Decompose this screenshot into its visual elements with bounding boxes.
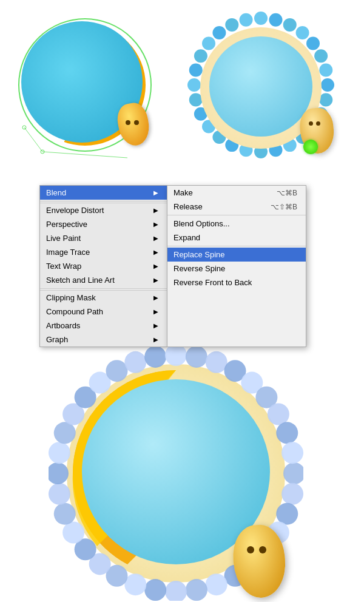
menu-item-artboards-arrow: ▶: [153, 322, 158, 329]
tr-green-dot: [303, 140, 318, 154]
menu-section-blend: Blend ▶: [40, 186, 167, 200]
menu-item-text-wrap[interactable]: Text Wrap ▶: [40, 259, 167, 273]
menu-item-reverse-spine[interactable]: Reverse Spine: [167, 262, 306, 276]
menu-item-image-trace[interactable]: Image Trace ▶: [40, 245, 167, 259]
svg-point-29: [212, 26, 226, 39]
svg-point-27: [194, 49, 207, 63]
svg-line-1: [42, 152, 127, 158]
menu-item-compound-arrow: ▶: [153, 308, 158, 315]
menu-item-envelope-distort[interactable]: Envelope Distort ▶: [40, 203, 167, 217]
bt-beak: [234, 525, 294, 602]
menu-divider-2: [40, 288, 167, 289]
menu-item-compound-path[interactable]: Compound Path ▶: [40, 305, 167, 319]
menu-item-perspective-label: Perspective: [46, 220, 87, 229]
top-left-illustration: [6, 6, 176, 170]
menu-item-image-trace-arrow: ▶: [153, 249, 158, 255]
menu-item-blend-options[interactable]: Blend Options...: [167, 217, 306, 231]
menu-item-replace-spine-label: Replace Spine: [174, 250, 225, 259]
menu-item-make-shortcut: ⌥⌘B: [277, 189, 297, 197]
menu-item-envelope-arrow: ▶: [153, 207, 158, 214]
menu-item-expand[interactable]: Expand: [167, 231, 306, 245]
menu-item-reverse-spine-label: Reverse Spine: [174, 264, 225, 273]
bt-beak-shape: [231, 523, 288, 600]
context-menu: Blend ▶ Envelope Distort ▶ Perspective ▶…: [39, 185, 306, 347]
menu-divider-3: [167, 215, 306, 215]
svg-point-12: [319, 93, 332, 106]
menu-item-release[interactable]: Release ⌥⇧⌘B: [167, 200, 306, 214]
menu-divider-1: [40, 201, 167, 201]
menu-item-make[interactable]: Make ⌥⌘B: [167, 186, 306, 200]
menu-item-text-wrap-label: Text Wrap: [46, 262, 81, 271]
svg-point-10: [319, 64, 332, 77]
tl-beak-nostrils: [126, 120, 144, 127]
svg-point-31: [240, 13, 253, 27]
menu-item-blend-options-label: Blend Options...: [174, 219, 230, 228]
menu-item-compound-label: Compound Path: [46, 307, 103, 316]
menu-item-sketch-arrow: ▶: [153, 277, 158, 283]
menu-item-artboards-label: Artboards: [46, 321, 80, 330]
menu-item-clipping-mask[interactable]: Clipping Mask ▶: [40, 291, 167, 305]
svg-point-2: [22, 126, 26, 129]
svg-point-11: [321, 78, 334, 92]
tl-beak: [118, 103, 155, 152]
menu-divider-4: [167, 246, 306, 246]
bt-nostril-left: [247, 546, 254, 553]
tl-nostril-left: [126, 120, 130, 125]
svg-point-8: [306, 36, 320, 50]
menu-item-image-trace-label: Image Trace: [46, 248, 90, 257]
menu-item-artboards[interactable]: Artboards ▶: [40, 319, 167, 333]
top-right-illustration: [182, 6, 358, 170]
menu-item-sketch-label: Sketch and Line Art: [46, 276, 115, 285]
menu-section-paths: Clipping Mask ▶ Compound Path ▶ Artboard…: [40, 290, 167, 347]
menu-item-blend-label: Blend: [46, 188, 66, 197]
menu-item-blend[interactable]: Blend ▶: [40, 186, 167, 200]
svg-point-32: [283, 462, 303, 484]
svg-point-3: [41, 150, 44, 154]
tr-nostril-right: [316, 121, 320, 126]
tr-beak: [300, 108, 343, 163]
bt-beak-nostrils: [247, 546, 274, 557]
menu-item-blend-arrow: ▶: [153, 189, 158, 196]
menu-item-clipping-label: Clipping Mask: [46, 293, 96, 302]
bottom-illustration: [49, 346, 315, 589]
menu-item-clipping-arrow: ▶: [153, 294, 158, 301]
menu-item-sketch[interactable]: Sketch and Line Art ▶: [40, 273, 167, 287]
svg-point-4: [254, 12, 268, 25]
menu-item-graph-arrow: ▶: [153, 336, 158, 343]
menu-item-release-label: Release: [174, 202, 203, 211]
tr-nostril-left: [309, 121, 313, 126]
tr-blue-circle: [209, 36, 312, 137]
menu-item-release-shortcut: ⌥⇧⌘B: [271, 203, 297, 211]
menu-item-reverse-front-back-label: Reverse Front to Back: [174, 278, 252, 287]
svg-point-28: [202, 36, 215, 50]
menu-item-perspective-arrow: ▶: [153, 221, 158, 228]
menu-item-reverse-front-back[interactable]: Reverse Front to Back: [167, 276, 306, 289]
tl-nostril-right: [134, 120, 139, 125]
menu-item-replace-spine[interactable]: Replace Spine: [167, 248, 306, 262]
svg-point-25: [187, 78, 201, 92]
menu-item-live-paint-label: Live Paint: [46, 234, 81, 243]
svg-point-5: [269, 13, 282, 27]
menu-section-effects: Envelope Distort ▶ Perspective ▶ Live Pa…: [40, 203, 167, 287]
menu-item-graph[interactable]: Graph ▶: [40, 333, 167, 347]
menu-item-live-paint[interactable]: Live Paint ▶: [40, 231, 167, 245]
menu-item-make-label: Make: [174, 188, 193, 197]
bt-nostril-right: [259, 546, 266, 553]
menu-right-submenu: Make ⌥⌘B Release ⌥⇧⌘B Blend Options... E…: [167, 185, 306, 347]
svg-point-59: [165, 346, 187, 366]
menu-item-graph-label: Graph: [46, 335, 68, 344]
svg-point-9: [314, 49, 328, 63]
svg-point-26: [189, 64, 203, 77]
menu-item-expand-label: Expand: [174, 233, 200, 242]
tr-beak-nostrils: [309, 121, 327, 129]
svg-point-7: [296, 26, 309, 39]
menu-item-live-paint-arrow: ▶: [153, 235, 158, 242]
svg-point-50: [49, 462, 69, 484]
svg-point-6: [283, 18, 297, 32]
menu-left-panel: Blend ▶ Envelope Distort ▶ Perspective ▶…: [39, 185, 167, 347]
menu-item-perspective[interactable]: Perspective ▶: [40, 217, 167, 231]
menu-item-envelope-label: Envelope Distort: [46, 206, 104, 215]
menu-item-text-wrap-arrow: ▶: [153, 263, 158, 269]
svg-point-30: [225, 18, 238, 32]
svg-point-41: [165, 581, 187, 601]
